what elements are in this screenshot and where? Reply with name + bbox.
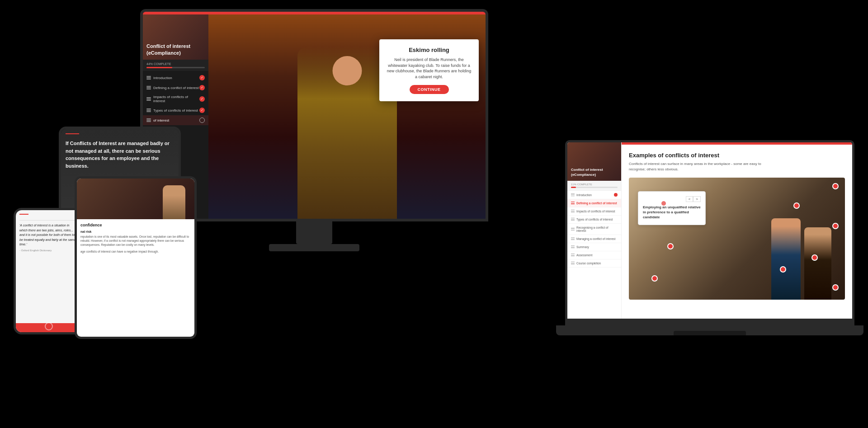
sidebar-item-check: ✓	[199, 85, 205, 90]
laptop-menu-item-introduction[interactable]: Introduction	[567, 191, 621, 199]
hotspot-dot-5[interactable]	[811, 254, 818, 261]
person-head	[332, 56, 362, 85]
laptop-screen-content: Conflict of interest (eCompliance) 11% C…	[567, 142, 852, 319]
laptop-menu-item-label: Summary	[576, 245, 589, 249]
menu-icon	[146, 97, 151, 101]
tablet-front-body-text-2: age conflicts of interest can have a neg…	[80, 249, 191, 254]
monitor-sidebar-title: Conflict of interest (eCompliance)	[146, 43, 205, 56]
person-figure-1	[771, 218, 801, 300]
sidebar-item-label: Defining a conflict of interest	[153, 86, 199, 90]
tablet-front-hero	[77, 179, 194, 219]
tablet-front-subheading: nal risk	[80, 230, 191, 233]
tooltip-prev-button[interactable]: <	[686, 196, 693, 202]
laptop-sidebar-title: Conflict of interest (eCompliance)	[571, 167, 618, 177]
sidebar-item-label: of interest	[153, 118, 199, 122]
laptop-menu-item-types[interactable]: Types of conflicts of interest	[567, 216, 621, 224]
menu-lines-icon	[571, 193, 575, 197]
laptop-menu-item-summary[interactable]: Summary	[567, 243, 621, 251]
laptop-menu-item-label: Types of conflicts of interest	[576, 218, 613, 221]
menu-lines-icon	[571, 218, 575, 221]
menu-icon	[146, 108, 151, 112]
phone-separator	[19, 220, 78, 221]
monitor-progress-bar	[146, 67, 205, 68]
hotspot-dot-center[interactable]	[660, 200, 667, 207]
laptop-menu-item-label: Recognising a conflict of interest	[576, 226, 618, 232]
laptop-menu-item-assessment[interactable]: Assessment	[567, 251, 621, 259]
laptop-menu-item-impacts[interactable]: Impacts of conflicts of interest	[567, 207, 621, 216]
phone-device: 'A conflict of interest is a situation i…	[14, 208, 84, 334]
sidebar-item-impacts[interactable]: Impacts of conflicts of interest ✓	[143, 93, 208, 105]
tablet-back-accent-line	[66, 133, 79, 134]
laptop-base	[556, 325, 863, 335]
sidebar-item-check: ✓	[199, 96, 205, 102]
modal-title: Eskimo rolling	[387, 47, 472, 53]
menu-lines-icon	[571, 237, 575, 240]
monitor-progress-label: 44% COMPLETE	[146, 62, 205, 66]
laptop-base-cutout	[674, 331, 746, 335]
tablet-back-heading: If Conflicts of Interest are managed bad…	[66, 140, 174, 169]
laptop-sidebar-hero: Conflict of interest (eCompliance)	[567, 142, 621, 181]
laptop-menu-item-managing[interactable]: Managing a conflict of interest	[567, 235, 621, 243]
monitor-stand	[296, 221, 332, 244]
monitor-sidebar-hero: Conflict of interest (eCompliance)	[143, 14, 208, 60]
hotspot-dot-7[interactable]	[780, 266, 786, 273]
tooltip-next-button[interactable]: >	[693, 196, 701, 202]
tablet-front-heading: confidence	[80, 223, 191, 227]
laptop-menu-item-label: Course completion	[576, 262, 601, 265]
phone-accent-bar	[19, 214, 28, 215]
monitor-background: Eskimo rolling Neil is president of Blad…	[208, 14, 486, 219]
laptop-sidebar-menu: Introduction Defining a conflict of inte…	[567, 191, 621, 319]
menu-icon	[146, 86, 151, 89]
menu-icon	[146, 118, 151, 122]
menu-icon	[146, 76, 151, 80]
menu-lines-icon	[571, 202, 575, 205]
person-figure-2	[804, 227, 831, 300]
laptop-menu-item-label: Assessment	[576, 254, 592, 257]
laptop-menu-item-recognising[interactable]: Recognising a conflict of interest	[567, 224, 621, 235]
laptop-progress-bar	[571, 187, 618, 188]
hotspot-dot-3[interactable]	[832, 223, 839, 229]
tablet-front-body-text-1: reputation is one of its most valuable a…	[80, 235, 191, 247]
sidebar-item-defining[interactable]: Defining a conflict of interest ✓	[143, 83, 208, 93]
tablet-front-content: confidence nal risk reputation is one of…	[77, 179, 194, 337]
sidebar-item-of-interest-1[interactable]: of interest	[143, 115, 208, 125]
tooltip-navigation: < >	[643, 196, 701, 202]
laptop-menu-item-defining[interactable]: Defining a conflict of interest	[567, 199, 621, 207]
hotspot-dot-4[interactable]	[667, 243, 674, 249]
laptop-progress-label: 11% COMPLETE	[571, 183, 618, 186]
laptop-progress-container: 11% COMPLETE	[567, 181, 621, 191]
monitor-base	[269, 244, 359, 251]
laptop-menu-item-label: Impacts of conflicts of interest	[576, 210, 615, 213]
hotspot-dot-2[interactable]	[793, 202, 800, 209]
laptop-menu-item-label: Managing a conflict of interest	[576, 237, 615, 240]
menu-lines-icon	[571, 245, 575, 249]
sidebar-item-types[interactable]: Types of conflicts of interest ✓	[143, 105, 208, 115]
laptop-main-body: Examples of conflicts of interest Confli…	[622, 145, 852, 319]
menu-lines-icon	[571, 210, 575, 213]
laptop-screen: Conflict of interest (eCompliance) 11% C…	[565, 140, 854, 321]
phone-home-button[interactable]	[45, 322, 53, 330]
laptop-device: Conflict of interest (eCompliance) 11% C…	[565, 140, 854, 335]
sidebar-item-introduction[interactable]: Introduction ✓	[143, 73, 208, 83]
tooltip-text: Employing an unqualified relative in pre…	[643, 205, 701, 220]
monitor-progress-fill	[146, 67, 172, 68]
laptop-tooltip-card: < > Employing an unqualified relative in…	[638, 191, 706, 225]
menu-lines-icon	[571, 228, 575, 231]
laptop-progress-fill	[571, 187, 576, 188]
menu-lines-icon	[571, 254, 575, 257]
laptop-main-inner: Examples of conflicts of interest Confli…	[622, 145, 852, 307]
tablet-front: confidence nal risk reputation is one of…	[75, 176, 197, 339]
laptop-menu-item-label: Defining a conflict of interest	[576, 202, 617, 205]
laptop-menu-item-completion[interactable]: Course completion	[567, 259, 621, 268]
laptop-hinge	[565, 321, 854, 325]
tablet-front-person	[163, 185, 185, 219]
monitor-modal-card: Eskimo rolling Neil is president of Blad…	[379, 39, 479, 101]
hotspot-dot-6[interactable]	[651, 275, 658, 282]
hotspot-dot-8[interactable]	[832, 284, 839, 291]
sidebar-item-label: Impacts of conflicts of interest	[153, 95, 199, 103]
hotspot-dot-1[interactable]	[832, 183, 839, 189]
continue-button[interactable]: CONTINUE	[410, 85, 449, 94]
laptop-main-heading: Examples of conflicts of interest	[629, 152, 845, 159]
laptop-main-subtext: Conflicts of interest can surface in man…	[629, 161, 764, 172]
phone-quote-text: 'A conflict of interest is a situation i…	[19, 223, 78, 247]
